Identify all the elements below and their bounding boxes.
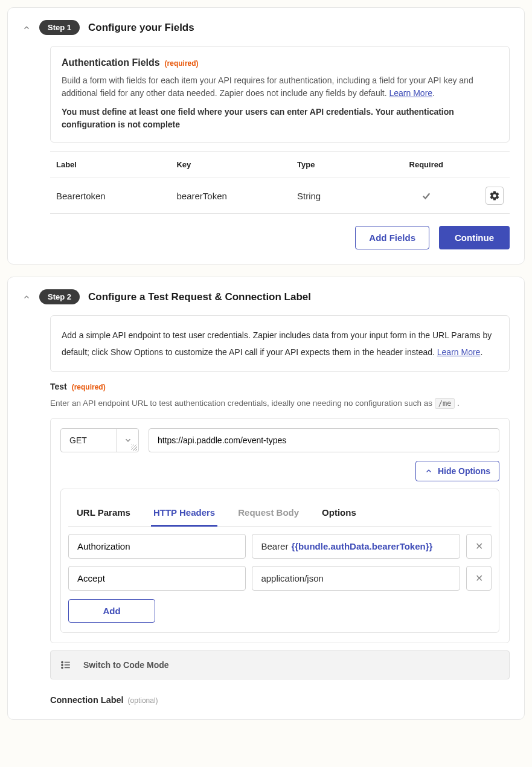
delete-header-button[interactable]: ✕: [466, 534, 492, 559]
test-label: Test: [50, 382, 67, 391]
auth-fields-desc: Build a form with fields for each item y…: [62, 74, 498, 100]
cell-type: String: [297, 191, 383, 201]
table-row: Bearertoken bearerToken String: [50, 178, 510, 214]
header-value-input[interactable]: Bearer {{bundle.authData.bearerToken}}: [252, 534, 460, 559]
cell-key: bearerToken: [176, 191, 297, 201]
step2-title: Configure a Test Request & Connection La…: [88, 291, 311, 303]
close-icon: ✕: [475, 541, 483, 552]
header-row: Bearer {{bundle.authData.bearerToken}} ✕: [68, 534, 492, 559]
test-section: Test (required) Enter an API endpoint UR…: [50, 382, 510, 705]
col-type: Type: [297, 160, 383, 169]
col-key: Key: [176, 160, 297, 169]
auth-fields-heading: Authentication Fields: [62, 57, 160, 68]
test-desc-box: Add a simple API endpoint to test user c…: [50, 315, 510, 372]
cell-label: Bearertoken: [56, 191, 176, 201]
check-icon: [383, 190, 469, 201]
table-header-row: Label Key Type Required: [50, 151, 510, 178]
chevron-up-icon[interactable]: [22, 293, 31, 301]
switch-code-mode[interactable]: Switch to Code Mode: [50, 650, 510, 679]
http-method-select[interactable]: GET: [60, 428, 139, 452]
header-value-input[interactable]: application/json: [252, 566, 460, 591]
step1-header: Step 1 Configure your Fields: [22, 20, 510, 35]
add-fields-button[interactable]: Add Fields: [355, 226, 429, 249]
optional-label: (optional): [128, 696, 158, 705]
fields-table: Label Key Type Required Bearertoken bear…: [50, 151, 510, 214]
tabs: URL Params HTTP Headers Request Body Opt…: [68, 496, 492, 527]
connection-label: Connection Label: [50, 695, 124, 705]
chevron-up-icon[interactable]: [22, 24, 31, 32]
col-required: Required: [383, 160, 469, 169]
tab-url-params[interactable]: URL Params: [74, 500, 133, 527]
col-label: Label: [56, 160, 176, 169]
header-key-input[interactable]: [68, 534, 246, 559]
hide-options-label: Hide Options: [438, 466, 490, 476]
method-url-row: GET: [60, 428, 499, 452]
step2-header: Step 2 Configure a Test Request & Connec…: [22, 289, 510, 304]
step1-buttons: Add Fields Continue: [50, 226, 510, 249]
header-value-text: Bearer: [261, 541, 288, 551]
svg-point-4: [62, 664, 63, 666]
row-settings-button[interactable]: [486, 187, 504, 205]
hide-options-button[interactable]: Hide Options: [415, 461, 499, 481]
step1-card: Step 1 Configure your Fields Authenticat…: [7, 7, 525, 265]
add-header-button[interactable]: Add: [68, 599, 155, 623]
tab-http-headers[interactable]: HTTP Headers: [151, 500, 217, 527]
hint-text: Enter an API endpoint URL to test authen…: [50, 399, 435, 408]
step2-card: Step 2 Configure a Test Request & Connec…: [7, 277, 525, 720]
delete-header-button[interactable]: ✕: [466, 566, 492, 591]
test-hint: Enter an API endpoint URL to test authen…: [50, 397, 510, 409]
header-value-template: {{bundle.authData.bearerToken}}: [291, 541, 432, 551]
request-tabs-box: URL Params HTTP Headers Request Body Opt…: [60, 489, 499, 633]
step-badge: Step 1: [39, 20, 80, 35]
tab-request-body[interactable]: Request Body: [236, 500, 301, 527]
header-value-text: application/json: [261, 573, 323, 583]
tab-options[interactable]: Options: [319, 500, 359, 527]
gear-icon: [489, 190, 500, 201]
url-input[interactable]: [149, 428, 499, 452]
step-badge: Step 2: [39, 289, 80, 304]
learn-more-link[interactable]: Learn More: [389, 88, 432, 98]
close-icon: ✕: [475, 573, 483, 584]
svg-point-5: [62, 667, 63, 669]
required-label: (required): [72, 383, 106, 391]
continue-button[interactable]: Continue: [439, 226, 510, 249]
list-icon: [60, 659, 71, 670]
auth-fields-box: Authentication Fields (required) Build a…: [50, 46, 510, 143]
connection-label-row: Connection Label (optional): [50, 695, 510, 705]
desc-text: Add a simple API endpoint to test user c…: [62, 330, 492, 357]
step1-title: Configure your Fields: [88, 22, 194, 34]
chevron-up-icon: [425, 467, 433, 475]
auth-fields-warning: You must define at least one field where…: [62, 106, 498, 131]
required-label: (required): [165, 59, 199, 68]
method-value: GET: [69, 435, 87, 445]
header-key-input[interactable]: [68, 566, 246, 591]
switch-code-label: Switch to Code Mode: [83, 660, 169, 670]
test-label-row: Test (required): [50, 382, 510, 391]
learn-more-link[interactable]: Learn More: [437, 347, 481, 357]
svg-point-3: [62, 662, 63, 663]
header-row: application/json ✕: [68, 566, 492, 591]
request-box: GET Hide Options URL Params HTTP Headers: [50, 418, 510, 643]
code-chip: /me: [435, 398, 455, 409]
resize-handle-icon: [131, 444, 137, 451]
